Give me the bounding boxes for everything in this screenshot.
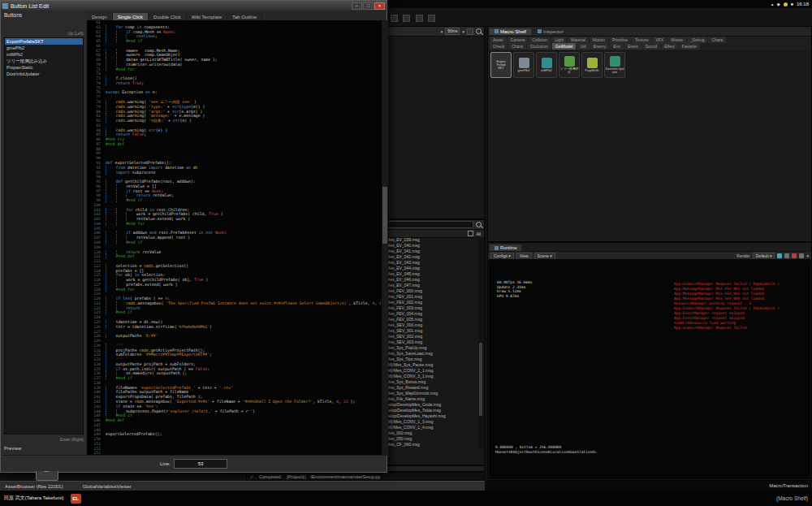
tray-network-icon[interactable]: ◆	[776, 0, 780, 8]
shelf-button[interactable]: gmePfb2	[513, 52, 534, 78]
category-tab-vfx[interactable]: VFX	[652, 37, 667, 43]
buttons-list: ExportPrefabsSKTgmePfb2intMPb2ツリー階層読み込みP…	[4, 37, 84, 435]
tray-arrow-icon[interactable]: ▴	[771, 0, 774, 8]
category-tab-getmodel[interactable]: GetModel	[552, 43, 577, 50]
category-tab-light[interactable]: Light	[551, 37, 567, 43]
up-left-label[interactable]: Up (Left)	[68, 31, 84, 36]
brand-logo: EL	[71, 494, 81, 504]
category-tab-env[interactable]: Env	[610, 43, 624, 50]
category-tab-motion[interactable]: Motion	[590, 37, 608, 43]
category-tab-sound[interactable]: Sound	[642, 43, 660, 50]
shelf-button[interactable]: intMPb2	[536, 52, 557, 78]
tab-wiki-template[interactable]: Wiki Template	[187, 13, 227, 20]
shelf-button-label: gmePfb2	[517, 69, 529, 72]
button-list-item[interactable]: DoorInfoUpdater	[5, 71, 83, 77]
shelf-button-icon	[519, 58, 529, 68]
tab-icon	[495, 29, 499, 33]
shelf-button-icon	[587, 58, 598, 68]
shelf-button[interactable]: ExportPrefabSKT	[490, 52, 512, 78]
shelf-button-label: PropWnSt	[585, 69, 598, 72]
category-tab-enemy[interactable]: Enemy	[590, 43, 610, 50]
category-tab-check[interactable]: Check	[490, 43, 508, 50]
window-title: Button List Edit	[11, 2, 351, 11]
chevron-down-icon[interactable]: ▾	[441, 29, 443, 34]
toolbar-icon[interactable]	[403, 15, 410, 22]
category-tab-_debug[interactable]: _Debug	[687, 37, 708, 43]
search-icon[interactable]	[476, 222, 482, 227]
category-tab-asset[interactable]: Asset	[490, 37, 507, 43]
chevron-down-icon[interactable]: ▾	[806, 253, 809, 258]
code-editor[interactable]: 6162636465666768697071727374757677787980…	[87, 20, 381, 456]
shelf-button[interactable]: PropWnSt	[581, 52, 603, 78]
panel-option-icon[interactable]	[467, 28, 473, 35]
minimize-button[interactable]: –	[352, 2, 362, 10]
toolbar-icon[interactable]	[416, 15, 423, 22]
success-icon: ✓	[250, 474, 254, 479]
button-list-item[interactable]: ExportPrefabsSKT	[5, 38, 83, 45]
refresh-rate-dropdown[interactable]: 50ms	[445, 28, 460, 35]
tray-ime-icon[interactable]	[784, 2, 788, 6]
window-icon	[2, 3, 8, 9]
shelf-button[interactable]: DoorInfo Updater	[604, 52, 625, 78]
tab-macro-shelf[interactable]: Macro Shelf	[490, 28, 531, 35]
category-tab-util[interactable]: Util	[577, 43, 589, 50]
viewport-tool-icon[interactable]	[777, 253, 782, 258]
shelf-button[interactable]: ツリー階層読込	[559, 52, 580, 78]
line-number-field[interactable]: 53	[174, 459, 227, 469]
tray-volume-icon[interactable]: ■	[791, 0, 793, 8]
toolbar-icon[interactable]	[428, 15, 435, 22]
screen: ▴ ◆ ■ 16:18 ▾ 50ms ▾	[0, 0, 812, 506]
viewport-tool-icon[interactable]	[792, 253, 797, 258]
tab-tab-outline[interactable]: Tab Outline	[227, 13, 262, 20]
button-list-item[interactable]: ツリー階層読み込み	[5, 58, 83, 64]
button-list-item[interactable]: PropwnStatic	[5, 64, 83, 71]
status-bar: AssetBrowser (Res 22001) GlobalVariables…	[0, 481, 485, 491]
chevron-down-icon[interactable]: ▾	[462, 29, 464, 34]
button-list-item[interactable]: gmePfb2	[5, 45, 83, 51]
category-tab-wwise[interactable]: Wwise	[667, 37, 686, 43]
all-checkbox[interactable]	[468, 231, 473, 236]
editor-scrollbar[interactable]	[381, 20, 388, 456]
tab-runtime[interactable]: Runtime	[490, 244, 521, 251]
shelf-button-icon	[610, 56, 620, 67]
down-right-label[interactable]: Down (Right)	[60, 437, 84, 442]
maximize-button[interactable]: □	[363, 2, 374, 10]
tray-clock: 16:18	[797, 2, 809, 6]
debug-stat-line: 60.00fps 16.66ms	[497, 280, 532, 285]
buttons-sidebar: Buttons Up (Left) ExportPrefabsSKTgmePfb…	[2, 11, 88, 471]
viewport-tool-icon[interactable]	[784, 253, 789, 258]
code-line: cmds.messagebox( 'The specified Prefab I…	[106, 301, 381, 306]
shelf-button-label: DoorInfo Updater	[605, 67, 624, 74]
toolbar-icon[interactable]	[391, 15, 398, 22]
file-list-scrollbar[interactable]	[478, 237, 483, 448]
macro-shelf-label: (Macro Shelf)	[776, 495, 808, 501]
viewport-tool-icon[interactable]	[799, 253, 804, 258]
status-assetbrowser[interactable]: AssetBrowser (Res 22001)	[5, 484, 63, 489]
tab-inspector[interactable]: Inspector	[533, 28, 568, 35]
all-checkbox-label: All	[476, 231, 481, 236]
category-tab-event[interactable]: Event	[624, 43, 641, 50]
category-tab-chara[interactable]: Chara	[708, 37, 726, 43]
category-tab-favorite[interactable]: Favorite	[679, 43, 700, 50]
tab-double-click[interactable]: Double Click	[149, 13, 187, 20]
category-tab-material[interactable]: Material	[568, 37, 589, 43]
status-globalvariables[interactable]: GlobalVariablesViewer	[83, 484, 132, 489]
category-tab-collision[interactable]: Collision	[529, 37, 551, 43]
buttons-header: Buttons	[2, 11, 87, 19]
user-name: 田原 武文(Tahara Takefumi)	[4, 495, 64, 502]
close-button[interactable]: ×	[374, 2, 385, 10]
category-tab-chara[interactable]: Chara	[508, 43, 526, 50]
category-tab-occlusion[interactable]: Occlusion	[527, 43, 551, 50]
category-tab-texture[interactable]: Texture	[632, 37, 651, 43]
3d-viewport[interactable]: 60.00fps 16.66msUpdate 2.31msDraw 5.12ms…	[489, 259, 810, 479]
button-list-item[interactable]: intMPb2	[5, 51, 83, 58]
shelf-tab-bar: Macro ShelfInspector	[488, 27, 811, 37]
tab-design[interactable]: Design	[87, 13, 113, 20]
runtime-icon	[495, 246, 499, 250]
category-tab-camera[interactable]: Camera	[508, 37, 529, 43]
category-tab-effect[interactable]: Effect	[661, 43, 678, 50]
search-icon[interactable]	[476, 28, 482, 34]
code-lines[interactable]: for comp in components: if comp.Mesh == …	[103, 20, 381, 456]
tab-single-click[interactable]: Single Click	[113, 13, 149, 20]
category-tab-primitive[interactable]: Primitive	[609, 37, 631, 43]
